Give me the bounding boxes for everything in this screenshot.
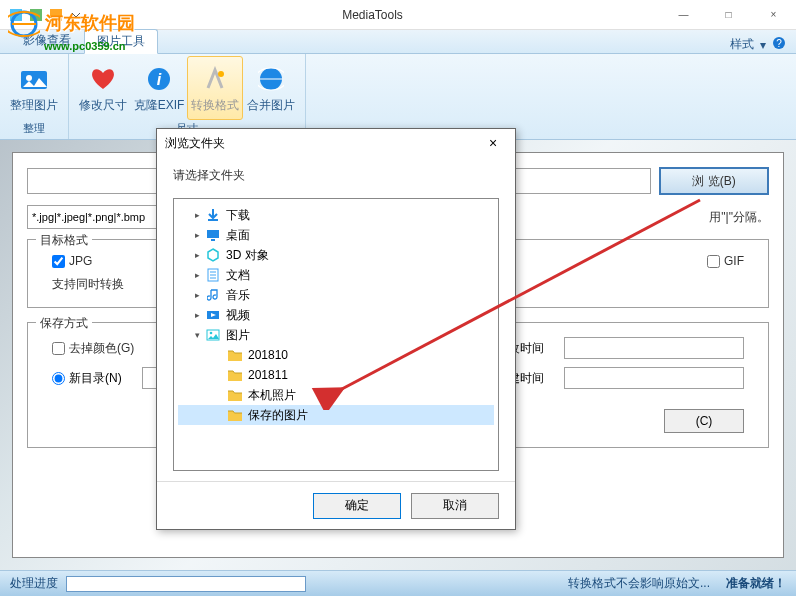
svg-point-20 <box>210 332 213 335</box>
dialog-ok-button[interactable]: 确定 <box>313 493 401 519</box>
svg-text:?: ? <box>776 38 782 49</box>
tree-item-2[interactable]: ▸3D 对象 <box>178 245 494 265</box>
maximize-button[interactable]: □ <box>706 0 751 30</box>
tree-item-4[interactable]: ▸音乐 <box>178 285 494 305</box>
tree-item-label: 201810 <box>248 348 288 362</box>
status-message: 转换格式不会影响原始文... <box>568 575 710 592</box>
create-time-input[interactable] <box>564 367 744 389</box>
ribbon-group-organize: 整理图片 整理 <box>0 54 69 139</box>
browse-folder-dialog: 浏览文件夹 × 请选择文件夹 ▸下载▸桌面▸3D 对象▸文档▸音乐▸视频▾图片2… <box>156 128 516 530</box>
folder-tree[interactable]: ▸下载▸桌面▸3D 对象▸文档▸音乐▸视频▾图片201810201811本机照片… <box>173 198 499 471</box>
status-ready: 准备就绪！ <box>726 575 786 592</box>
tree-item-3[interactable]: ▸文档 <box>178 265 494 285</box>
video-icon <box>204 307 222 323</box>
info-icon: i <box>143 63 175 95</box>
dialog-buttons: 确定 取消 <box>157 481 515 529</box>
folder-icon <box>226 347 244 363</box>
tree-expander-icon[interactable]: ▾ <box>190 330 204 340</box>
dialog-cancel-button[interactable]: 取消 <box>411 493 499 519</box>
filter-input[interactable] <box>27 205 157 229</box>
tree-item-10[interactable]: 保存的图片 <box>178 405 494 425</box>
tree-item-8[interactable]: 201811 <box>178 365 494 385</box>
save-method-legend: 保存方式 <box>36 315 92 332</box>
format-jpg-checkbox[interactable]: JPG <box>52 254 92 268</box>
tree-expander-icon[interactable]: ▸ <box>190 270 204 280</box>
tree-item-0[interactable]: ▸下载 <box>178 205 494 225</box>
tree-item-7[interactable]: 201810 <box>178 345 494 365</box>
progress-bar <box>66 576 306 592</box>
progress-label: 处理进度 <box>10 575 58 592</box>
globe-icon <box>255 63 287 95</box>
status-bar: 处理进度 转换格式不会影响原始文... 准备就绪！ <box>0 570 796 596</box>
svg-rect-12 <box>207 230 219 238</box>
tree-item-label: 视频 <box>226 307 250 324</box>
filter-hint: 用"|"分隔。 <box>709 209 769 226</box>
gif-checkbox-input[interactable] <box>707 255 720 268</box>
tree-item-6[interactable]: ▾图片 <box>178 325 494 345</box>
tree-item-label: 下载 <box>226 207 250 224</box>
dialog-titlebar[interactable]: 浏览文件夹 × <box>157 129 515 157</box>
pictures-icon <box>204 327 222 343</box>
folder-icon <box>226 367 244 383</box>
tree-item-label: 桌面 <box>226 227 250 244</box>
help-icon[interactable]: ? <box>772 36 786 53</box>
tree-expander-icon[interactable]: ▸ <box>190 310 204 320</box>
dialog-title: 浏览文件夹 <box>165 135 479 152</box>
new-dir-radio[interactable]: 新目录(N) <box>52 370 122 387</box>
modify-time-input[interactable] <box>564 337 744 359</box>
svg-text:i: i <box>157 71 162 88</box>
target-format-legend: 目标格式 <box>36 232 92 249</box>
tree-expander-icon[interactable]: ▸ <box>190 230 204 240</box>
tree-item-label: 201811 <box>248 368 288 382</box>
clear-button[interactable]: (C) <box>664 409 744 433</box>
remove-color-checkbox[interactable]: 去掉颜色(G) <box>52 340 134 357</box>
tree-expander-icon[interactable]: ▸ <box>190 250 204 260</box>
watermark-text: 河东软件园 <box>45 13 135 33</box>
tree-item-label: 图片 <box>226 327 250 344</box>
watermark-overlay: 河东软件园 www.pc0359.cn <box>8 8 135 52</box>
download-icon <box>204 207 222 223</box>
folder-icon <box>226 387 244 403</box>
window-title: MediaTools <box>84 8 661 22</box>
close-button[interactable]: × <box>751 0 796 30</box>
tree-expander-icon[interactable]: ▸ <box>190 290 204 300</box>
watermark-url: www.pc0359.cn <box>44 40 135 52</box>
svg-point-10 <box>218 71 224 77</box>
organize-images-button[interactable]: 整理图片 <box>6 56 62 120</box>
desktop-icon <box>204 227 222 243</box>
convert-format-button[interactable]: 转换格式 <box>187 56 243 120</box>
dialog-close-button[interactable]: × <box>479 135 507 151</box>
folder-icon <box>226 407 244 423</box>
dialog-hint: 请选择文件夹 <box>157 157 515 194</box>
watermark-logo-icon <box>8 8 40 40</box>
tree-item-label: 保存的图片 <box>248 407 308 424</box>
tree-expander-icon[interactable]: ▸ <box>190 210 204 220</box>
convert-icon <box>199 63 231 95</box>
browse-button[interactable]: 浏 览(B) <box>659 167 769 195</box>
format-gif-checkbox[interactable]: GIF <box>707 254 744 268</box>
tree-item-1[interactable]: ▸桌面 <box>178 225 494 245</box>
svg-rect-13 <box>211 239 215 241</box>
tree-item-label: 文档 <box>226 267 250 284</box>
organize-icon <box>18 63 50 95</box>
resize-button[interactable]: 修改尺寸 <box>75 56 131 120</box>
3d-icon <box>204 247 222 263</box>
new-dir-radio-input[interactable] <box>52 372 65 385</box>
music-icon <box>204 287 222 303</box>
remove-color-input[interactable] <box>52 342 65 355</box>
svg-point-7 <box>26 75 32 81</box>
ribbon-group-label-organize: 整理 <box>6 120 62 137</box>
doc-icon <box>204 267 222 283</box>
clone-exif-button[interactable]: i 克隆EXIF <box>131 56 187 120</box>
tree-item-label: 音乐 <box>226 287 250 304</box>
style-dropdown-icon[interactable]: ▾ <box>760 38 766 52</box>
heart-icon <box>87 63 119 95</box>
ribbon-group-size: 修改尺寸 i 克隆EXIF 转换格式 合并图片 尺寸 <box>69 54 306 139</box>
minimize-button[interactable]: — <box>661 0 706 30</box>
tree-item-9[interactable]: 本机照片 <box>178 385 494 405</box>
style-menu[interactable]: 样式 <box>730 36 754 53</box>
tree-item-label: 3D 对象 <box>226 247 269 264</box>
tree-item-5[interactable]: ▸视频 <box>178 305 494 325</box>
merge-images-button[interactable]: 合并图片 <box>243 56 299 120</box>
jpg-checkbox-input[interactable] <box>52 255 65 268</box>
